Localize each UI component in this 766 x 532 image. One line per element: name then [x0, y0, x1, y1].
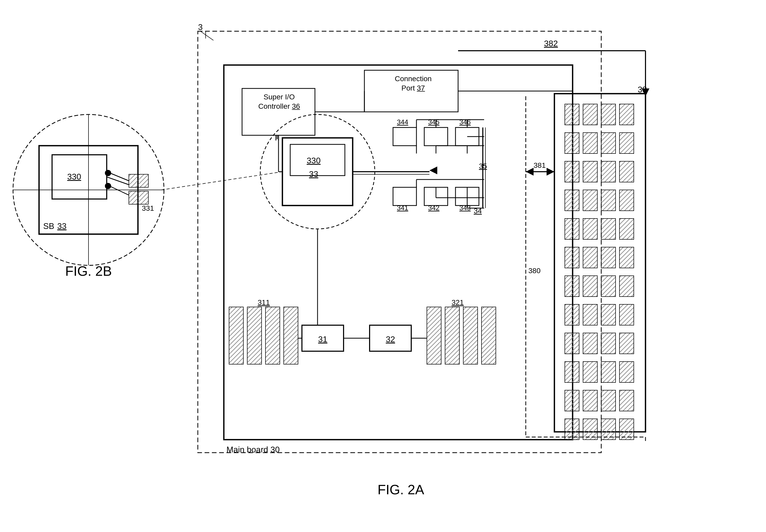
svg-rect-55 — [620, 190, 634, 211]
svg-rect-54 — [601, 190, 616, 211]
svg-rect-73 — [583, 333, 597, 354]
svg-rect-63 — [620, 247, 634, 268]
svg-text:380: 380 — [528, 267, 541, 275]
connection-port-label: Connection Port 37 — [368, 74, 458, 93]
svg-rect-48 — [565, 161, 579, 182]
svg-rect-52 — [565, 190, 579, 211]
svg-rect-9 — [393, 127, 417, 146]
svg-marker-93 — [547, 168, 554, 176]
svg-text:SB: SB — [43, 221, 54, 231]
svg-text:381: 381 — [534, 161, 546, 169]
svg-rect-57 — [583, 219, 597, 239]
svg-rect-82 — [601, 390, 616, 411]
svg-rect-65 — [583, 276, 597, 297]
svg-rect-50 — [601, 161, 616, 182]
svg-rect-78 — [601, 362, 616, 382]
svg-rect-12 — [393, 187, 417, 206]
svg-rect-10 — [424, 127, 448, 146]
svg-rect-85 — [583, 419, 597, 440]
svg-text:341: 341 — [397, 204, 408, 212]
svg-rect-53 — [583, 190, 597, 211]
svg-rect-80 — [565, 390, 579, 411]
svg-rect-70 — [601, 304, 616, 325]
svg-text:343: 343 — [460, 204, 471, 212]
svg-rect-123 — [129, 174, 138, 187]
main-board-label: Main board 30 — [226, 445, 280, 454]
svg-rect-76 — [565, 362, 579, 382]
svg-rect-83 — [620, 390, 634, 411]
svg-rect-61 — [583, 247, 597, 268]
svg-text:330: 330 — [306, 156, 320, 165]
svg-rect-66 — [601, 276, 616, 297]
svg-rect-100 — [284, 307, 298, 364]
svg-rect-71 — [620, 304, 634, 325]
svg-rect-124 — [129, 191, 138, 204]
svg-rect-47 — [620, 133, 634, 153]
svg-rect-60 — [565, 247, 579, 268]
svg-rect-43 — [620, 104, 634, 125]
svg-line-130 — [161, 172, 282, 190]
svg-text:344: 344 — [397, 118, 408, 126]
svg-rect-69 — [583, 304, 597, 325]
svg-rect-98 — [247, 307, 261, 364]
svg-rect-42 — [601, 104, 616, 125]
svg-text:FIG. 2B: FIG. 2B — [65, 264, 112, 279]
svg-rect-84 — [565, 419, 579, 440]
svg-line-127 — [107, 172, 129, 181]
svg-rect-79 — [620, 362, 634, 382]
svg-rect-77 — [583, 362, 597, 382]
svg-text:345: 345 — [428, 118, 439, 126]
svg-rect-46 — [601, 133, 616, 153]
svg-rect-44 — [565, 133, 579, 153]
svg-rect-106 — [482, 307, 496, 364]
svg-rect-75 — [620, 333, 634, 354]
svg-marker-32 — [430, 166, 437, 174]
svg-rect-87 — [620, 419, 634, 440]
super-io-label: Super I/O Controller 36 — [245, 92, 313, 111]
svg-rect-49 — [583, 161, 597, 182]
svg-rect-62 — [601, 247, 616, 268]
svg-text:3: 3 — [198, 22, 203, 32]
svg-text:35: 35 — [479, 162, 487, 170]
svg-rect-64 — [565, 276, 579, 297]
svg-text:FIG. 2A: FIG. 2A — [377, 482, 424, 497]
svg-marker-92 — [526, 168, 534, 176]
svg-text:34: 34 — [474, 207, 482, 215]
svg-rect-72 — [565, 333, 579, 354]
svg-rect-74 — [601, 333, 616, 354]
svg-rect-103 — [427, 307, 441, 364]
svg-text:331: 331 — [142, 204, 154, 212]
svg-rect-99 — [265, 307, 280, 364]
svg-rect-56 — [565, 219, 579, 239]
svg-text:330: 330 — [67, 172, 81, 181]
svg-text:346: 346 — [460, 118, 471, 126]
svg-text:382: 382 — [544, 39, 558, 48]
svg-rect-86 — [601, 419, 616, 440]
page: 3 382 38 381 380 35 34 344 345 346 341 3… — [0, 0, 766, 532]
svg-rect-121 — [138, 174, 148, 187]
svg-rect-51 — [620, 161, 634, 182]
svg-line-132 — [200, 31, 213, 40]
svg-rect-105 — [463, 307, 478, 364]
svg-rect-81 — [583, 390, 597, 411]
svg-text:33: 33 — [57, 221, 67, 231]
svg-rect-97 — [229, 307, 243, 364]
svg-rect-45 — [583, 133, 597, 153]
svg-text:38: 38 — [638, 85, 647, 94]
svg-line-129 — [107, 177, 129, 185]
svg-rect-41 — [583, 104, 597, 125]
svg-text:321: 321 — [452, 298, 464, 306]
svg-rect-68 — [565, 304, 579, 325]
svg-rect-67 — [620, 276, 634, 297]
svg-rect-59 — [620, 219, 634, 239]
svg-rect-40 — [565, 104, 579, 125]
svg-text:342: 342 — [428, 204, 439, 212]
svg-text:311: 311 — [258, 298, 270, 306]
svg-rect-58 — [601, 219, 616, 239]
svg-text:32: 32 — [386, 335, 395, 344]
svg-text:33: 33 — [309, 169, 318, 179]
svg-text:31: 31 — [318, 335, 327, 344]
svg-rect-104 — [445, 307, 460, 364]
svg-rect-122 — [138, 191, 148, 204]
